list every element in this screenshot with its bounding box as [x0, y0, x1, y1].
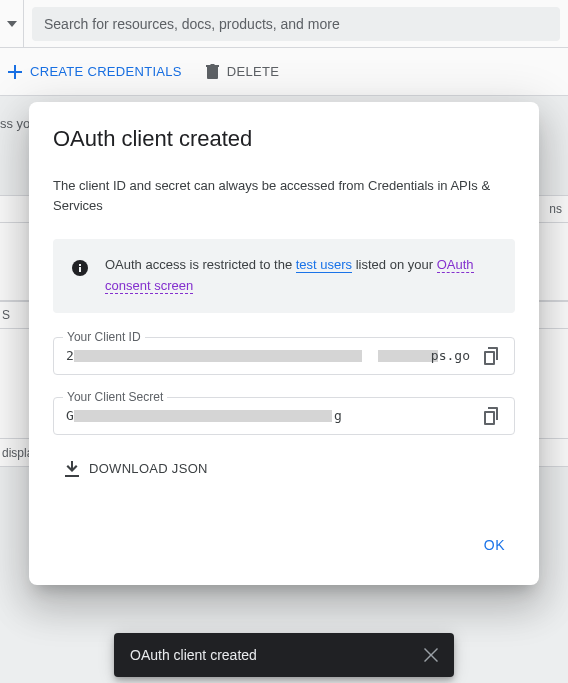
copy-client-secret-button[interactable] — [478, 402, 506, 430]
client-id-prefix: 2 — [66, 348, 74, 363]
copy-icon — [484, 347, 500, 365]
download-json-button[interactable]: DOWNLOAD JSON — [53, 457, 515, 481]
client-secret-value: G g — [66, 408, 470, 423]
copy-client-id-button[interactable] — [478, 342, 506, 370]
svg-rect-1 — [79, 267, 81, 272]
info-text-mid: listed on your — [352, 257, 437, 272]
dialog-description: The client ID and secret can always be a… — [53, 176, 515, 215]
copy-icon — [484, 407, 500, 425]
ok-button[interactable]: OK — [474, 529, 515, 561]
test-users-link[interactable]: test users — [296, 257, 352, 273]
client-id-value: 2 ps.go — [66, 348, 470, 363]
info-banner: OAuth access is restricted to the test u… — [53, 239, 515, 313]
client-secret-label: Your Client Secret — [63, 390, 167, 404]
download-icon — [65, 461, 79, 477]
info-icon — [71, 259, 89, 277]
close-icon — [424, 648, 438, 662]
svg-rect-2 — [79, 264, 81, 266]
client-secret-prefix: G — [66, 408, 74, 423]
oauth-created-dialog: OAuth client created The client ID and s… — [29, 102, 539, 585]
dialog-title: OAuth client created — [53, 126, 515, 152]
client-secret-suffix: g — [334, 408, 342, 423]
info-text-pre: OAuth access is restricted to the — [105, 257, 296, 272]
client-id-label: Your Client ID — [63, 330, 145, 344]
toast-message: OAuth client created — [130, 647, 257, 663]
toast-close-button[interactable] — [424, 648, 438, 662]
client-id-suffix: ps.go — [431, 348, 470, 363]
download-json-label: DOWNLOAD JSON — [89, 461, 208, 476]
toast: OAuth client created — [114, 633, 454, 677]
